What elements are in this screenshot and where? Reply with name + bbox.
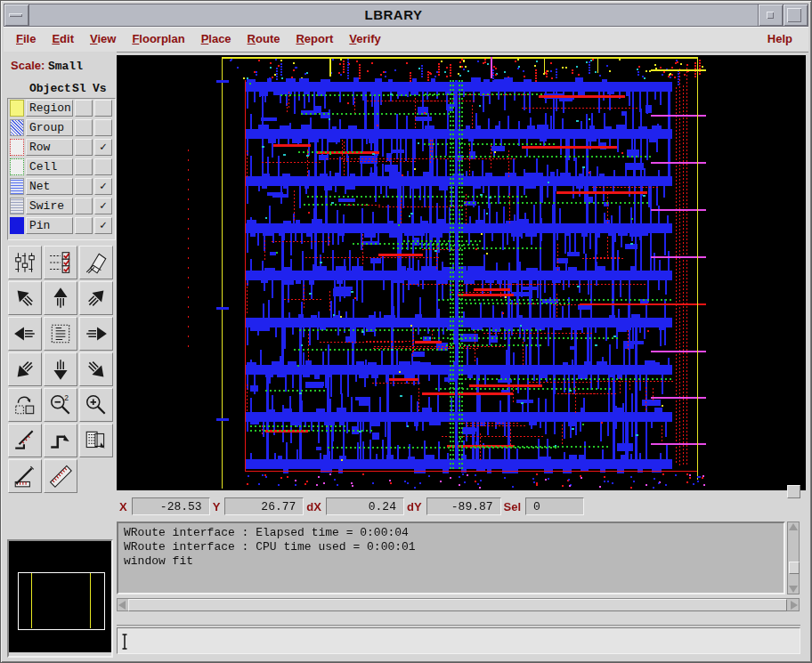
visible-toggle-pin[interactable]: ✓ xyxy=(94,217,112,234)
layer-checklist-button[interactable] xyxy=(44,246,77,279)
visible-toggle-swire[interactable]: ✓ xyxy=(94,198,112,214)
zoom-out-2x-icon: 2 xyxy=(48,392,73,417)
pan-left-button[interactable] xyxy=(8,317,42,351)
selectable-toggle-row[interactable] xyxy=(75,139,93,156)
previous-view-button[interactable] xyxy=(8,388,42,422)
cell-color-swatch-icon xyxy=(10,158,24,175)
object-row-net: Net✓ xyxy=(8,177,113,197)
pan-up-button[interactable] xyxy=(44,281,77,315)
command-line[interactable] xyxy=(117,627,800,654)
selectable-toggle-pin[interactable] xyxy=(75,217,93,234)
visible-toggle-cell[interactable] xyxy=(94,158,112,175)
vertical-scroll-thumb[interactable] xyxy=(789,562,800,574)
visible-toggle-region[interactable] xyxy=(94,100,112,117)
toolbar-empty-cell xyxy=(79,459,113,493)
pan-down-icon xyxy=(48,357,73,382)
zoom-in-button[interactable] xyxy=(79,388,113,422)
window-iconify-button[interactable] xyxy=(758,4,783,26)
command-input[interactable] xyxy=(130,630,792,653)
dy-label: dY xyxy=(407,500,422,513)
window-maximize-button[interactable] xyxy=(783,4,808,26)
object-button-pin[interactable]: Pin xyxy=(26,217,73,234)
scroll-right-icon[interactable] xyxy=(791,601,798,610)
net-color-swatch-icon xyxy=(10,178,24,195)
menu-item-place[interactable]: Place xyxy=(201,32,231,45)
menu-item-edit[interactable]: Edit xyxy=(52,32,74,45)
statusbar: X -28.53 Y 26.77 dX 0.24 dY -89.87 Sel 0 xyxy=(117,495,799,518)
y-coordinate-field: 26.77 xyxy=(224,497,304,515)
selectable-toggle-group[interactable] xyxy=(75,119,93,136)
pin-color-swatch-icon xyxy=(10,217,24,234)
scale-indicator: Scale: Small xyxy=(11,59,83,73)
selectable-toggle-swire[interactable] xyxy=(75,198,93,214)
object-table: RegionGroupRow✓CellNet✓Swire✓Pin✓ xyxy=(7,98,116,240)
console-horizontal-scrollbar[interactable] xyxy=(117,598,800,611)
window-menu-button[interactable] xyxy=(4,4,29,26)
pan-down-right-button[interactable] xyxy=(79,352,113,386)
object-button-row[interactable]: Row xyxy=(26,139,73,156)
menu-item-view[interactable]: View xyxy=(90,32,116,45)
route-wire-button[interactable] xyxy=(44,424,77,457)
window-menu-icon xyxy=(9,13,22,17)
zoom-fit-button[interactable] xyxy=(44,317,77,351)
pan-up-icon xyxy=(48,286,73,311)
visible-toggle-net[interactable]: ✓ xyxy=(94,178,112,195)
object-button-region[interactable]: Region xyxy=(26,100,73,117)
row-color-swatch-icon xyxy=(10,139,24,156)
pan-right-button[interactable] xyxy=(79,317,113,351)
object-button-group[interactable]: Group xyxy=(26,119,73,136)
probe-button[interactable] xyxy=(8,424,42,457)
pan-up-right-icon xyxy=(84,286,109,311)
visible-toggle-row[interactable]: ✓ xyxy=(94,139,112,156)
menu-item-verify[interactable]: Verify xyxy=(349,32,380,45)
query-list-button[interactable] xyxy=(79,424,113,457)
object-button-swire[interactable]: Swire xyxy=(26,198,73,214)
zoom-in-icon xyxy=(84,392,109,417)
pan-down-left-icon xyxy=(12,357,37,382)
menu-item-help[interactable]: Help xyxy=(767,32,792,45)
horizontal-scroll-thumb[interactable] xyxy=(128,599,787,611)
pan-down-button[interactable] xyxy=(44,352,77,386)
text-cursor-icon xyxy=(121,634,128,653)
redraw-eraser-button[interactable] xyxy=(79,246,113,279)
object-button-cell[interactable]: Cell xyxy=(26,158,73,175)
pan-down-left-button[interactable] xyxy=(8,352,42,386)
selectable-toggle-region[interactable] xyxy=(75,100,93,117)
measure-ruler-button[interactable] xyxy=(44,459,77,493)
pan-up-left-icon xyxy=(12,286,37,311)
header-visible: Vs xyxy=(93,82,107,95)
menubar: FileEditViewFloorplanPlaceRouteReportVer… xyxy=(4,27,808,53)
left-control-panel: Scale: Small Object Sl Vs RegionGroupRow… xyxy=(4,52,117,659)
minimap[interactable] xyxy=(9,541,111,652)
measure-angle-button[interactable] xyxy=(8,459,42,493)
selectable-toggle-net[interactable] xyxy=(75,178,93,195)
route-wire-icon xyxy=(48,428,73,453)
scroll-up-icon[interactable] xyxy=(789,523,798,530)
layout-canvas[interactable] xyxy=(117,55,806,490)
zoom-out-2x-button[interactable]: 2 xyxy=(44,388,77,422)
pan-up-right-button[interactable] xyxy=(79,281,113,315)
scroll-down-icon[interactable] xyxy=(789,586,798,593)
selectable-toggle-cell[interactable] xyxy=(75,158,93,175)
console-log[interactable]: WRoute interface : Elapsed time = 0:00:0… xyxy=(117,522,785,594)
menu-item-route[interactable]: Route xyxy=(248,32,280,45)
display-options-button[interactable] xyxy=(8,246,42,279)
visible-toggle-group[interactable] xyxy=(94,119,112,136)
pan-left-icon xyxy=(12,321,37,346)
object-row-group: Group xyxy=(8,118,113,138)
maximize-icon xyxy=(787,8,801,22)
menu-item-file[interactable]: File xyxy=(16,32,36,45)
iconify-icon xyxy=(767,12,774,19)
menu-item-floorplan[interactable]: Floorplan xyxy=(132,32,184,45)
object-button-net[interactable]: Net xyxy=(26,178,73,195)
redraw-eraser-icon xyxy=(84,250,109,275)
command-separator xyxy=(117,625,800,626)
dy-field: -89.87 xyxy=(426,497,501,515)
menu-item-report[interactable]: Report xyxy=(296,32,333,45)
dx-field: 0.24 xyxy=(326,497,404,515)
scale-value: Small xyxy=(48,60,83,73)
scroll-left-icon[interactable] xyxy=(118,601,126,610)
header-object: Object xyxy=(29,82,71,95)
console-vertical-scrollbar[interactable] xyxy=(787,522,800,594)
pan-up-left-button[interactable] xyxy=(8,281,42,315)
